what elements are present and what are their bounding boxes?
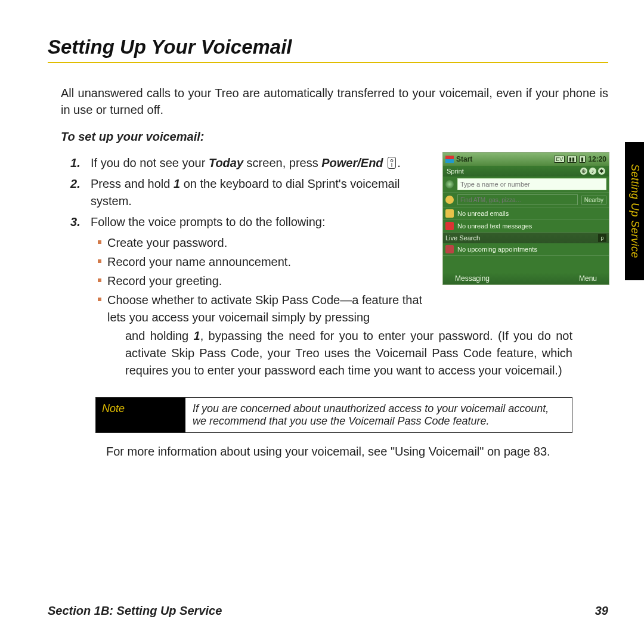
calendar-icon [445,245,454,253]
power-end-key-icon [388,157,396,169]
more-info-paragraph: For more information about using your vo… [106,445,572,459]
steps-column: If you do not see your Today screen, pre… [70,154,442,330]
softkey-menu[interactable]: Menu [579,274,597,283]
today-screen-screenshot: Start EV ▮▮ ▮ 12:20 Sprint ⊕ ♪ ✱ [442,152,609,285]
sound-icon: ♪ [589,168,596,175]
find-icon [445,196,454,204]
dialer-icon [445,180,454,188]
note-body: If you are concerned about unauthorized … [185,398,572,432]
substep-name: Record your name announcement. [91,253,431,271]
unread-email-label: No unread emails [457,210,509,217]
carrier-label: Sprint [447,168,464,175]
step-3-continuation: and holding 1, bypassing the need for yo… [125,327,572,379]
page-heading: Setting Up Your Voicemail [48,36,608,58]
email-icon [445,209,454,218]
substep-skip-pass: Choose whether to activate Skip Pass Cod… [91,292,431,326]
unread-text-label: No unread text messages [457,222,532,230]
signal-icon: ▮▮ [567,156,577,163]
step-2: Press and hold 1 on the keyboard to dial… [70,175,431,210]
nearby-button[interactable]: Nearby [581,196,606,205]
substep-password: Create your password. [91,234,431,252]
battery-icon: ▮ [579,156,586,163]
ev-indicator-icon: EV [554,156,565,163]
text-message-icon [445,222,454,230]
gps-icon: ⊕ [580,168,587,175]
softkey-messaging[interactable]: Messaging [455,274,490,283]
step-1: If you do not see your Today screen, pre… [70,154,431,172]
procedure-subhead: To set up your voicemail: [61,130,608,144]
live-search-badge-icon: p [598,234,606,242]
upcoming-appts-label: No upcoming appointments [457,246,537,253]
name-or-number-field[interactable] [457,178,606,190]
step-3: Follow the voice prompts to do the follo… [70,213,431,326]
footer-page-number: 39 [595,604,608,618]
footer-section: Section 1B: Setting Up Service [48,604,222,618]
live-search-section: Live Search [445,234,480,242]
live-search-field[interactable] [457,194,578,205]
intro-paragraph: All unanswered calls to your Treo are au… [61,85,608,118]
bluetooth-icon: ✱ [598,168,605,175]
note-label: Note [96,398,185,432]
heading-rule [48,62,608,63]
substep-greeting: Record your greeting. [91,273,431,290]
clock-label: 12:20 [588,155,606,163]
section-side-tab: Setting Up Service [625,142,644,280]
start-flag-icon [445,156,454,163]
note-box: Note If you are concerned about unauthor… [95,397,572,433]
start-label: Start [456,155,472,163]
